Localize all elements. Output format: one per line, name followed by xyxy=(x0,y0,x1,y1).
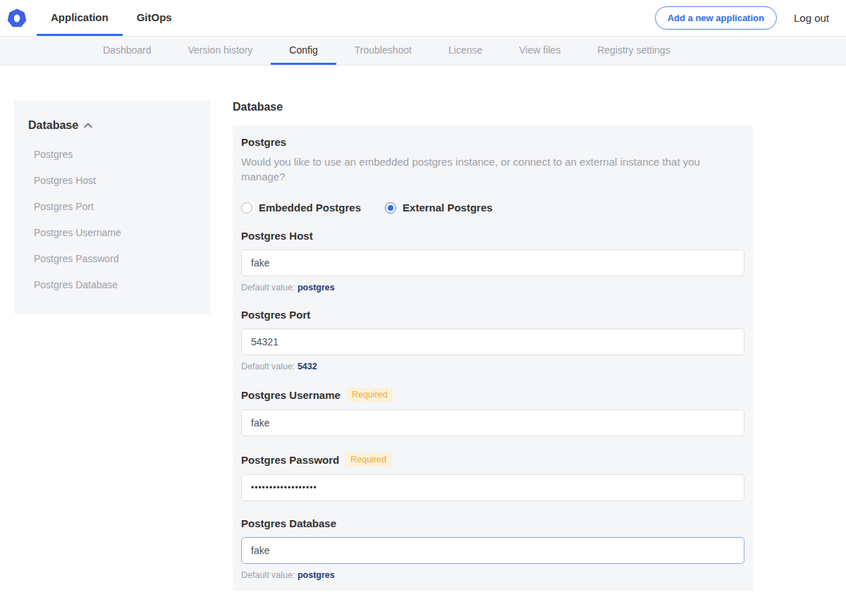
postgres-host-label: Postgres Host xyxy=(241,230,313,242)
sidebar-item-postgres[interactable]: Postgres xyxy=(34,142,196,168)
postgres-host-hint: Default value: postgres xyxy=(241,283,744,292)
postgres-password-label: Postgres Password xyxy=(241,454,339,466)
postgres-help-text: Would you like to use an embedded postgr… xyxy=(241,154,744,184)
required-badge: Required xyxy=(347,388,393,402)
hint-default-value: postgres xyxy=(298,570,335,580)
config-main: Database Postgres Would you like to use … xyxy=(233,101,753,616)
sidebar-group-database[interactable]: Database xyxy=(28,119,196,132)
tab-gitops-label: GitOps xyxy=(137,11,172,23)
field-postgres-port: Postgres Port Default value: 5432 xyxy=(241,309,744,371)
add-new-application-button[interactable]: Add a new application xyxy=(655,6,777,30)
hint-default-value: postgres xyxy=(298,283,335,292)
postgres-port-hint: Default value: 5432 xyxy=(241,362,744,371)
sidebar-group-label: Database xyxy=(28,119,78,132)
postgres-group: Postgres Would you like to use an embedd… xyxy=(241,136,744,214)
kots-logo-icon xyxy=(7,8,27,28)
tab-application[interactable]: Application xyxy=(37,0,123,36)
subnav-license[interactable]: License xyxy=(430,37,501,65)
postgres-password-input[interactable] xyxy=(241,474,744,501)
subnav-registry-settings[interactable]: Registry settings xyxy=(579,37,688,65)
subnav-dashboard[interactable]: Dashboard xyxy=(85,37,170,65)
app-level-tabs: Application GitOps xyxy=(37,0,186,36)
field-postgres-database: Postgres Database Default value: postgre… xyxy=(241,517,744,580)
tab-gitops[interactable]: GitOps xyxy=(123,0,186,36)
hint-prefix: Default value: xyxy=(241,362,295,371)
header-right: Add a new application Log out xyxy=(655,0,846,36)
sidebar-item-postgres-database[interactable]: Postgres Database xyxy=(34,272,196,298)
page-title: Database xyxy=(233,101,753,113)
top-header: Application GitOps Add a new application… xyxy=(0,0,846,36)
radio-external-label: External Postgres xyxy=(403,202,493,214)
postgres-database-label: Postgres Database xyxy=(241,517,336,529)
subnav-view-files[interactable]: View files xyxy=(501,37,579,65)
postgres-database-input[interactable] xyxy=(241,537,744,564)
config-groups-sidebar: Database Postgres Postgres Host Postgres… xyxy=(14,101,210,314)
sidebar-item-postgres-username[interactable]: Postgres Username xyxy=(34,220,196,246)
radio-circle-icon xyxy=(241,202,252,214)
radio-external-postgres[interactable]: External Postgres xyxy=(385,202,493,214)
radio-circle-icon xyxy=(385,202,396,214)
subnav-troubleshoot[interactable]: Troubleshoot xyxy=(336,37,430,65)
database-config-panel: Postgres Would you like to use an embedd… xyxy=(233,125,753,591)
sidebar-item-postgres-port[interactable]: Postgres Port xyxy=(34,194,196,220)
postgres-username-label: Postgres Username xyxy=(241,389,341,401)
hint-prefix: Default value: xyxy=(241,283,295,292)
sidebar-item-postgres-password[interactable]: Postgres Password xyxy=(34,246,196,272)
app-logo[interactable] xyxy=(0,0,37,36)
postgres-database-hint: Default value: postgres xyxy=(241,570,744,580)
sidebar-item-list: Postgres Postgres Host Postgres Port Pos… xyxy=(28,142,196,298)
field-postgres-username: Postgres Username Required xyxy=(241,388,744,436)
field-postgres-password: Postgres Password Required xyxy=(241,452,744,501)
config-subnav: Dashboard Version history Config Trouble… xyxy=(0,36,846,66)
postgres-username-input[interactable] xyxy=(241,409,744,436)
subnav-version-history[interactable]: Version history xyxy=(170,37,271,65)
hint-prefix: Default value: xyxy=(241,570,295,580)
subnav-config[interactable]: Config xyxy=(271,37,336,65)
chevron-up-icon xyxy=(84,123,92,128)
postgres-host-input[interactable] xyxy=(241,250,744,276)
logout-link[interactable]: Log out xyxy=(794,12,829,24)
radio-embedded-postgres[interactable]: Embedded Postgres xyxy=(241,202,361,214)
tab-application-label: Application xyxy=(51,11,109,23)
postgres-port-label: Postgres Port xyxy=(241,309,310,321)
required-badge: Required xyxy=(345,452,391,467)
postgres-radio-row: Embedded Postgres External Postgres xyxy=(241,202,744,214)
radio-embedded-label: Embedded Postgres xyxy=(259,202,361,214)
sidebar-item-postgres-host[interactable]: Postgres Host xyxy=(34,168,196,194)
hint-default-value: 5432 xyxy=(298,362,317,371)
field-postgres-host: Postgres Host Default value: postgres xyxy=(241,230,744,292)
postgres-group-label: Postgres xyxy=(241,136,744,148)
postgres-port-input[interactable] xyxy=(241,328,744,355)
